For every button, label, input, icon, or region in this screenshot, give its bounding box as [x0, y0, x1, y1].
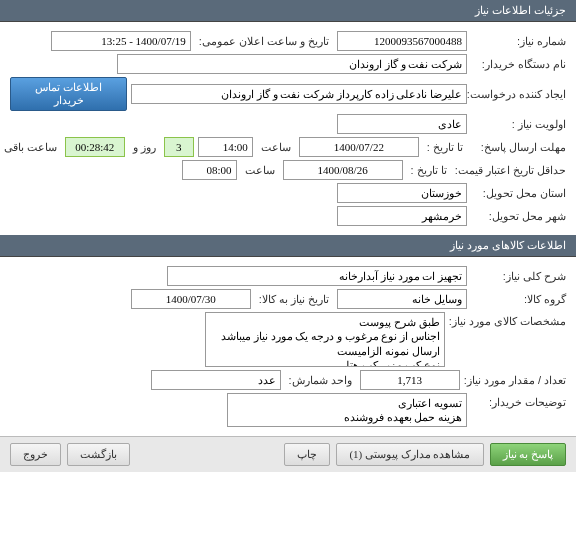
contact-button[interactable]: اطلاعات تماس خریدار: [10, 77, 127, 111]
buyer-note-textarea[interactable]: [227, 393, 467, 427]
unit-label: واحد شمارش:: [285, 374, 356, 387]
footer-toolbar: پاسخ به نیاز مشاهده مدارک پیوستی (1) چاپ…: [0, 436, 576, 472]
group-label: گروه کالا:: [471, 293, 566, 306]
need-number-label: شماره نیاز:: [471, 35, 566, 48]
need-date-label: تاریخ نیاز به کالا:: [255, 293, 333, 306]
priority-input[interactable]: [337, 114, 467, 134]
print-button[interactable]: چاپ: [284, 443, 330, 466]
need-number-input[interactable]: [337, 31, 467, 51]
time-label-2: ساعت: [241, 164, 279, 177]
province-input[interactable]: [337, 183, 467, 203]
back-button[interactable]: بازگشت: [67, 443, 130, 466]
buyer-org-label: نام دستگاه خریدار:: [471, 58, 566, 71]
days-and-label: روز و: [129, 141, 160, 154]
city-input[interactable]: [337, 206, 467, 226]
to-date-label-2: تا تاریخ :: [407, 164, 451, 177]
group-input[interactable]: [337, 289, 467, 309]
section-header-goods-info: اطلاعات کالاهای مورد نیاز: [0, 235, 576, 257]
deadline-date-input[interactable]: [299, 137, 419, 157]
price-validity-date-input[interactable]: [283, 160, 403, 180]
creator-label: ایجاد کننده درخواست:: [471, 88, 566, 101]
buyer-org-input[interactable]: [117, 54, 467, 74]
need-info-panel: شماره نیاز: تاریخ و ساعت اعلان عمومی: نا…: [0, 22, 576, 235]
desc-input[interactable]: [167, 266, 467, 286]
public-announce-label: تاریخ و ساعت اعلان عمومی:: [195, 35, 333, 48]
goods-info-panel: شرح کلی نیاز: گروه کالا: تاریخ نیاز به ک…: [0, 257, 576, 436]
city-label: شهر محل تحویل:: [471, 210, 566, 223]
priority-label: اولویت نیاز :: [471, 118, 566, 131]
buyer-note-label: توضیحات خریدار:: [471, 393, 566, 409]
province-label: استان محل تحویل:: [471, 187, 566, 200]
attachments-button[interactable]: مشاهده مدارک پیوستی (1): [336, 443, 483, 466]
price-validity-label: حداقل تاریخ اعتبار قیمت:: [455, 164, 566, 177]
time-label-1: ساعت: [257, 141, 295, 154]
to-date-label-1: تا تاریخ :: [423, 141, 467, 154]
section-header-need-info: جزئیات اطلاعات نیاز: [0, 0, 576, 22]
need-date-input[interactable]: [131, 289, 251, 309]
public-announce-input[interactable]: [51, 31, 191, 51]
deadline-time-input[interactable]: [198, 137, 253, 157]
remaining-label: ساعت باقی مانده: [0, 141, 61, 154]
time-remaining-input: [65, 137, 125, 157]
respond-button[interactable]: پاسخ به نیاز: [490, 443, 567, 466]
qty-label: تعداد / مقدار مورد نیاز:: [464, 374, 566, 387]
days-remaining-input: [164, 137, 194, 157]
unit-input[interactable]: [151, 370, 281, 390]
spec-textarea[interactable]: [205, 312, 445, 367]
qty-input[interactable]: [360, 370, 460, 390]
price-validity-time-input[interactable]: [182, 160, 237, 180]
exit-button[interactable]: خروج: [10, 443, 61, 466]
deadline-label: مهلت ارسال پاسخ:: [471, 141, 566, 154]
creator-input[interactable]: [131, 84, 467, 104]
spec-label: مشخصات کالای مورد نیاز:: [449, 312, 566, 328]
desc-label: شرح کلی نیاز:: [471, 270, 566, 283]
